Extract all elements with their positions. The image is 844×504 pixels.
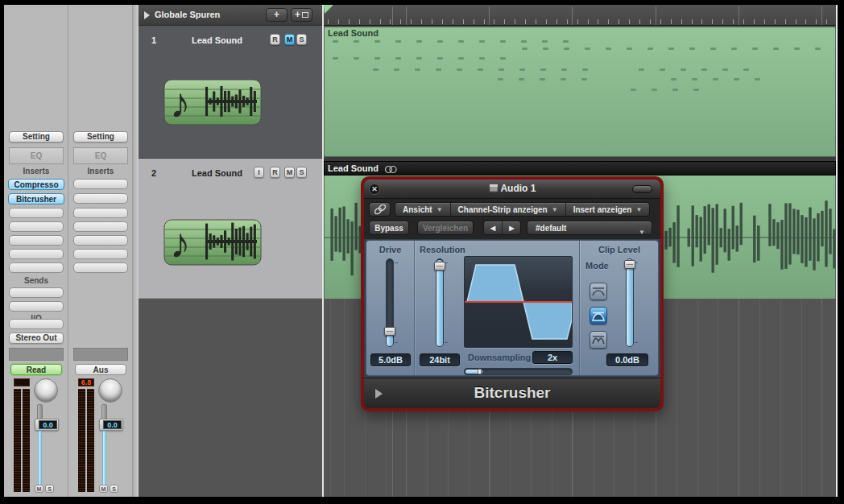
mode-button-displaced[interactable] [590,331,607,349]
channel-strip-area: Setting EQ Inserts Compresso Bitcrusher … [4,5,133,497]
input-slot[interactable] [9,319,64,329]
pan-knob[interactable] [98,378,122,403]
insert-slot-empty[interactable] [9,208,64,218]
svg-text:♪: ♪ [170,220,191,266]
mute-button[interactable]: M [99,485,108,493]
midi-region-lead-sound[interactable]: Lead Sound [324,27,836,157]
region-name: Lead Sound [328,28,379,38]
bar-ruler[interactable] [324,5,836,26]
plugin-titlebar[interactable]: ✕ Audio 1 [364,180,660,199]
eq-thumbnail[interactable]: EQ [9,147,64,164]
volume-fader[interactable]: 0.0 [99,419,123,431]
bypass-button[interactable]: Bypass [369,221,409,235]
insert-slot-bitcrusher[interactable]: Bitcrusher [8,193,64,204]
mode-button-folded[interactable] [590,283,607,300]
clip-indicator[interactable]: 6.8 [78,378,94,386]
drive-value[interactable]: 5.0dB [370,353,411,366]
track-name[interactable]: Lead Sound [192,168,242,178]
clip-indicator[interactable] [14,378,30,386]
automation-mode-button[interactable]: Read [10,364,62,375]
audio-region-header[interactable]: Lead Sound [324,161,836,176]
automation-mode-button[interactable]: Aus [75,364,126,375]
track-number: 2 [151,168,156,178]
send-slot-empty[interactable] [9,301,64,312]
app-window: Setting EQ Inserts Compresso Bitcrusher … [0,0,844,504]
input-monitor-button[interactable]: I [254,167,264,178]
drive-label: Drive [366,245,414,254]
clip-level-value[interactable]: 0.0dB [606,353,648,366]
pan-knob[interactable] [34,378,58,403]
plugin-toolbar-row2: Bypass Vergleichen ◀ ▶ #default ▼ [364,220,660,239]
record-enable-button[interactable]: R [270,34,280,45]
plugin-window-bitcrusher[interactable]: ✕ Audio 1 Ansicht▼ Channel-Strip anzeige… [361,176,664,411]
plugin-name: Bitcrusher [364,384,660,402]
channel-icon [489,184,499,192]
send-slot-empty[interactable] [9,287,64,298]
insert-slot-empty[interactable] [73,249,128,259]
preset-dropdown[interactable]: #default ▼ [527,221,652,235]
insert-slot-empty[interactable] [9,235,64,246]
playhead-marker[interactable] [324,5,333,14]
add-multiple-tracks-button[interactable]: + [291,8,312,22]
track-icon: ♪ [163,79,262,126]
solo-button[interactable]: S [110,485,118,493]
drive-slider[interactable] [386,258,394,347]
setting-button[interactable]: Setting [73,131,128,143]
plugin-toolbar-row1: Ansicht▼ Channel-Strip anzeigen▼ Insert … [364,199,660,220]
compare-button[interactable]: Vergleichen [417,221,474,235]
track-icon: ♪ [163,219,262,266]
clip-level-slider[interactable] [626,258,634,347]
insert-slot-compressor[interactable]: Compresso [8,179,64,190]
menu-insert-anzeigen[interactable]: Insert anzeigen▼ [566,203,650,216]
insert-slot-empty[interactable] [73,221,128,232]
group-slot[interactable] [73,348,128,361]
next-preset-button[interactable]: ▶ [503,221,520,234]
volume-fader[interactable]: 0.0 [35,419,59,431]
solo-button[interactable]: S [296,167,307,178]
eq-thumbnail[interactable]: EQ [73,147,128,164]
insert-slot-empty[interactable] [9,249,64,259]
insert-slot-empty[interactable] [9,221,64,232]
track-list: Globale Spuren + + 1 Lead Sound R M S ♪ [139,5,322,497]
global-tracks-header[interactable]: Globale Spuren + + [139,5,322,26]
section-divider [579,241,580,375]
stereo-icon [384,165,398,174]
previous-preset-button[interactable]: ◀ [484,221,503,234]
mute-button[interactable]: M [284,34,295,45]
resolution-label: Resolution [420,245,465,254]
link-button[interactable] [369,202,391,217]
track-header-1[interactable]: 1 Lead Sound R M S ♪ [139,26,322,159]
fader-track[interactable] [102,431,106,485]
minimize-icon[interactable] [632,185,652,193]
disclosure-triangle-icon[interactable] [144,11,150,19]
resolution-slider[interactable] [436,258,444,347]
mode-button-cut[interactable] [590,307,607,324]
add-track-button[interactable]: + [266,8,288,22]
group-slot[interactable] [9,348,64,361]
mixer-tracklist-divider[interactable] [133,5,139,497]
resolution-value[interactable]: 24bit [420,353,460,366]
fader-track[interactable] [38,431,42,485]
track-number: 1 [151,35,156,45]
insert-slot-empty[interactable] [73,235,128,246]
solo-button[interactable]: S [296,34,307,45]
solo-button[interactable]: S [45,485,54,493]
chevron-down-icon: ▼ [436,203,443,217]
downsampling-slider[interactable] [464,368,573,375]
track-header-2[interactable]: 2 Lead Sound I R M S ♪ [139,159,322,299]
menu-channel-strip-anzeigen[interactable]: Channel-Strip anzeigen▼ [451,203,566,216]
insert-slot-empty[interactable] [73,208,128,218]
output-slot[interactable]: Stereo Out [9,333,64,344]
setting-button[interactable]: Setting [9,131,64,143]
menu-ansicht[interactable]: Ansicht▼ [395,203,451,216]
mute-button[interactable]: M [35,485,43,493]
insert-slot-empty[interactable] [73,262,128,273]
track-name[interactable]: Lead Sound [192,35,242,45]
insert-slot-empty[interactable] [9,262,64,273]
record-enable-button[interactable]: R [270,167,280,178]
preset-prev-next: ◀ ▶ [483,221,521,235]
insert-slot-empty[interactable] [73,193,128,204]
mute-button[interactable]: M [284,167,295,178]
insert-slot-empty[interactable] [73,179,128,189]
downsampling-value[interactable]: 2x [532,351,573,364]
